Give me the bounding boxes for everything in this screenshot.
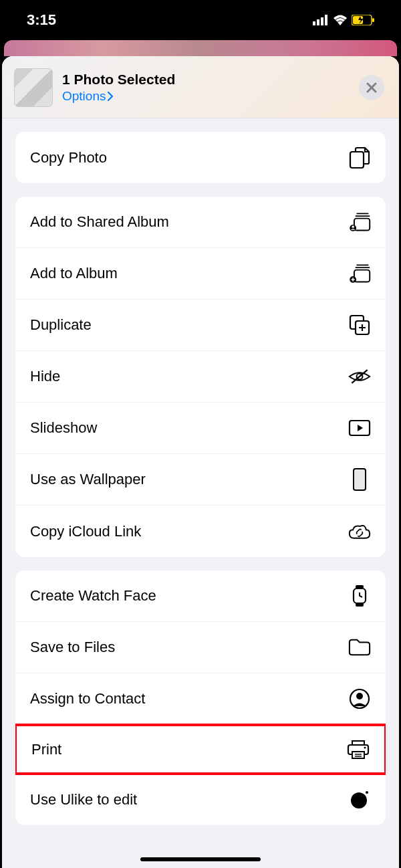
svg-rect-15 xyxy=(354,270,370,282)
home-indicator[interactable] xyxy=(140,857,261,861)
copy-icon xyxy=(348,146,371,169)
save-files-row[interactable]: Save to Files xyxy=(15,622,386,673)
svg-rect-26 xyxy=(354,469,366,490)
photo-thumbnail[interactable] xyxy=(14,68,53,107)
hide-row[interactable]: Hide xyxy=(15,351,386,403)
add-album-icon xyxy=(348,262,371,285)
watch-icon xyxy=(348,584,371,607)
assign-contact-row[interactable]: Assign to Contact xyxy=(15,673,386,725)
folder-icon xyxy=(348,636,371,659)
slideshow-row[interactable]: Slideshow xyxy=(15,403,386,454)
svg-line-24 xyxy=(352,370,367,383)
ulike-row[interactable]: Use Ulike to edit xyxy=(15,774,386,825)
battery-charging-icon xyxy=(352,15,374,25)
status-bar: 3:15 xyxy=(0,0,401,40)
status-time: 3:15 xyxy=(27,11,56,29)
svg-rect-0 xyxy=(313,21,315,25)
cellular-icon xyxy=(313,15,329,25)
phone-icon xyxy=(348,468,371,491)
svg-point-12 xyxy=(352,225,354,228)
photo-strip-background xyxy=(4,40,397,56)
share-sheet-body: Copy Photo Add to Shared Album Add to Al… xyxy=(2,118,399,825)
action-group-3: Create Watch Face Save to Files Assign t… xyxy=(15,570,386,825)
cloud-link-icon xyxy=(348,520,371,543)
dot-icon xyxy=(348,788,371,811)
action-group-1: Copy Photo xyxy=(15,132,386,183)
svg-rect-1 xyxy=(317,19,319,25)
chevron-right-icon xyxy=(107,92,114,101)
shared-album-icon xyxy=(348,211,371,233)
printer-icon xyxy=(347,738,370,761)
options-link[interactable]: Options xyxy=(62,89,350,104)
share-sheet: 1 Photo Selected Options Copy Photo Add … xyxy=(2,56,399,868)
svg-rect-3 xyxy=(325,15,327,25)
svg-rect-6 xyxy=(372,18,374,22)
play-icon xyxy=(348,417,371,439)
svg-point-37 xyxy=(364,746,366,748)
copy-photo-row[interactable]: Copy Photo xyxy=(15,132,386,183)
watch-face-row[interactable]: Create Watch Face xyxy=(15,570,386,622)
share-sheet-header: 1 Photo Selected Options xyxy=(2,56,399,118)
svg-rect-10 xyxy=(354,219,370,231)
svg-point-38 xyxy=(351,792,367,808)
status-icons xyxy=(313,15,374,25)
svg-point-39 xyxy=(366,791,368,794)
svg-point-31 xyxy=(356,693,363,699)
close-button[interactable] xyxy=(359,75,384,100)
eye-slash-icon xyxy=(348,365,371,388)
duplicate-icon xyxy=(348,314,371,336)
duplicate-row[interactable]: Duplicate xyxy=(15,300,386,351)
close-icon xyxy=(366,82,377,93)
add-shared-album-row[interactable]: Add to Shared Album xyxy=(15,197,386,248)
add-album-row[interactable]: Add to Album xyxy=(15,248,386,300)
print-row[interactable]: Print xyxy=(15,724,386,775)
wifi-icon xyxy=(333,15,348,25)
selection-title: 1 Photo Selected xyxy=(62,72,350,88)
wallpaper-row[interactable]: Use as Wallpaper xyxy=(15,454,386,506)
icloud-link-row[interactable]: Copy iCloud Link xyxy=(15,506,386,557)
svg-rect-7 xyxy=(350,152,364,168)
action-group-2: Add to Shared Album Add to Album Duplica… xyxy=(15,197,386,557)
svg-rect-34 xyxy=(352,752,364,758)
contact-icon xyxy=(348,687,371,710)
svg-rect-2 xyxy=(321,17,323,25)
